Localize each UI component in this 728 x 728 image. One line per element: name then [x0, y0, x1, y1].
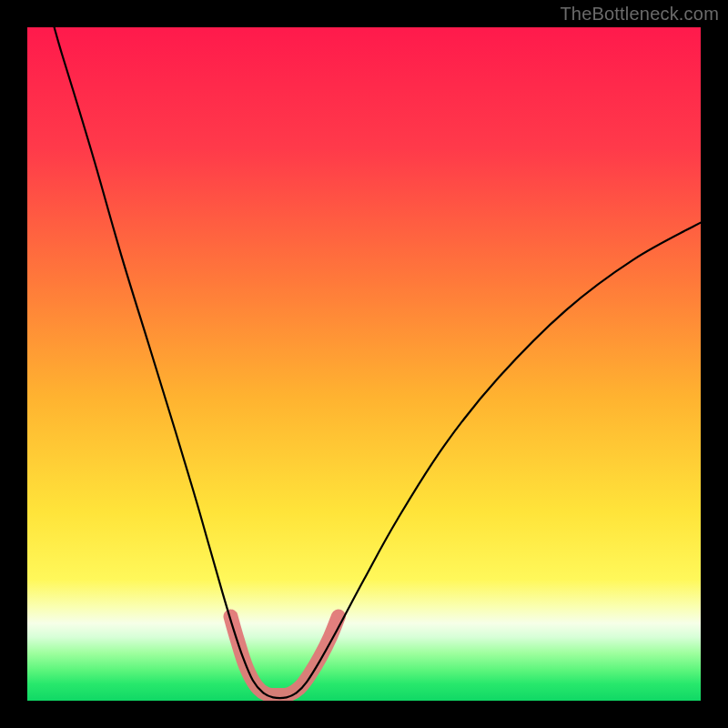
watermark-text: TheBottleneck.com [560, 4, 719, 25]
plot-area [27, 27, 701, 701]
curve-layer [27, 27, 701, 701]
bottleneck-curve [55, 27, 701, 698]
chart-frame: TheBottleneck.com [0, 0, 728, 728]
